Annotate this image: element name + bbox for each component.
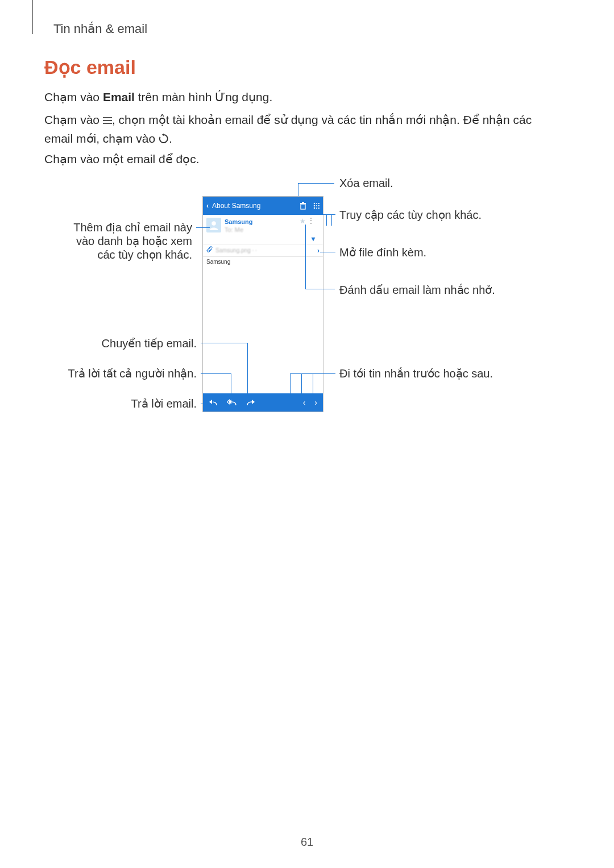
email-titlebar: ‹ About Samsung bbox=[203, 197, 323, 215]
leader-line bbox=[212, 394, 213, 404]
leader-line bbox=[201, 404, 212, 404]
callout-delete: Xóa email. bbox=[339, 177, 393, 190]
delete-icon[interactable] bbox=[299, 202, 307, 210]
svg-rect-9 bbox=[316, 203, 320, 204]
svg-point-6 bbox=[314, 202, 316, 204]
section-heading: Đọc email bbox=[44, 56, 136, 78]
svg-rect-0 bbox=[103, 117, 112, 118]
callout-reply-all: Trả lời tất cả người nhận. bbox=[57, 367, 197, 380]
leader-line bbox=[298, 183, 334, 184]
text: Chạm vào bbox=[44, 113, 103, 126]
svg-point-7 bbox=[314, 205, 316, 206]
callout-forward: Chuyển tiếp email. bbox=[94, 337, 197, 350]
paragraph-1: Chạm vào Email trên màn hình Ứng dụng. bbox=[44, 88, 272, 106]
text: Chạm vào bbox=[44, 90, 103, 103]
hamburger-icon bbox=[103, 111, 112, 130]
row-more-icon[interactable]: ⋮ bbox=[307, 216, 315, 225]
avatar[interactable] bbox=[206, 218, 221, 232]
attachment-name: Samsung.png · · bbox=[215, 247, 257, 254]
email-title: About Samsung bbox=[212, 202, 260, 210]
text: . bbox=[169, 132, 172, 145]
svg-point-8 bbox=[314, 207, 316, 209]
text: trên màn hình Ứng dụng. bbox=[135, 90, 272, 103]
leader-line bbox=[331, 214, 332, 226]
leader-line bbox=[298, 183, 298, 196]
leader-line bbox=[326, 214, 327, 226]
svg-rect-5 bbox=[302, 202, 304, 203]
svg-rect-1 bbox=[103, 120, 112, 121]
refresh-icon bbox=[159, 131, 169, 149]
leader-line bbox=[317, 197, 318, 214]
leader-line bbox=[305, 289, 335, 289]
next-message-icon[interactable]: › bbox=[314, 398, 317, 407]
breadcrumb: Tin nhắn & email bbox=[53, 22, 147, 36]
callout-open-attachment: Mở file đính kèm. bbox=[339, 246, 426, 259]
sender-name: Samsung bbox=[225, 218, 253, 226]
back-icon[interactable]: ‹ bbox=[206, 202, 209, 210]
prev-message-icon[interactable]: ‹ bbox=[303, 398, 306, 407]
leader-line bbox=[290, 373, 335, 374]
expand-icon[interactable]: ▾ bbox=[312, 235, 315, 243]
leader-line bbox=[201, 343, 247, 343]
leader-line bbox=[201, 373, 231, 374]
leader-line bbox=[196, 227, 210, 228]
attachment-open-icon[interactable]: › bbox=[317, 247, 320, 255]
forward-icon[interactable] bbox=[246, 398, 255, 408]
callout-prev-next: Đi tới tin nhắn trước hoặc sau. bbox=[339, 367, 493, 380]
paragraph-2: Chạm vào , chọn một tài khoản email để s… bbox=[44, 111, 556, 149]
more-options-icon[interactable] bbox=[313, 202, 320, 210]
leader-line bbox=[231, 373, 231, 394]
svg-rect-2 bbox=[103, 123, 112, 124]
leader-line bbox=[247, 343, 248, 394]
leader-line bbox=[313, 373, 313, 394]
svg-point-12 bbox=[211, 221, 216, 226]
sender-sub: To: Me bbox=[225, 226, 253, 234]
svg-rect-3 bbox=[301, 204, 305, 209]
text-bold: Email bbox=[103, 90, 135, 103]
reply-icon[interactable] bbox=[209, 398, 218, 408]
svg-rect-4 bbox=[300, 203, 306, 204]
leader-line bbox=[305, 225, 306, 289]
paperclip-icon bbox=[206, 246, 213, 255]
callout-reply: Trả lời email. bbox=[114, 397, 197, 410]
page-number: 61 bbox=[0, 836, 614, 849]
leader-line bbox=[290, 373, 291, 394]
callout-flag-reminder: Đánh dấu email làm nhắc nhở. bbox=[339, 283, 495, 297]
email-bottombar: ‹ › bbox=[203, 393, 323, 412]
reply-all-icon[interactable] bbox=[227, 398, 237, 408]
svg-rect-11 bbox=[316, 207, 320, 209]
leader-line bbox=[301, 373, 302, 394]
paragraph-3: Chạm vào một email để đọc. bbox=[44, 150, 200, 168]
callout-add-contact: Thêm địa chỉ email này vào danh bạ hoặc … bbox=[56, 221, 192, 261]
leader-line bbox=[317, 214, 335, 215]
star-icon[interactable]: ★ bbox=[300, 217, 306, 225]
text: , chọn một tài khoản email để sử dụng và… bbox=[44, 113, 532, 145]
callout-more-options: Truy cập các tùy chọn khác. bbox=[339, 208, 482, 222]
svg-rect-10 bbox=[316, 205, 320, 206]
leader-line bbox=[320, 252, 335, 252]
sender-sub-2 bbox=[225, 234, 253, 242]
